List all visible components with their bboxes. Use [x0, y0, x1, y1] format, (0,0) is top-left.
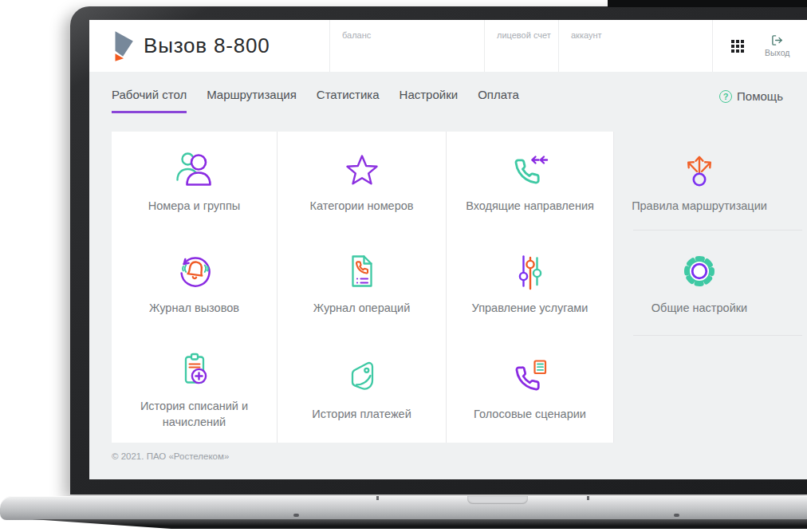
- tile-label: Входящие направления: [466, 199, 594, 215]
- tile-label: Категории номеров: [310, 199, 414, 215]
- tile-call-log[interactable]: Журнал вызовов: [112, 230, 278, 335]
- laptop-mockup: Вызов 8-800 баланс лицевой счет аккаунт: [0, 0, 807, 532]
- empty-grid-cell: [614, 335, 807, 443]
- help-link[interactable]: ? Помощь: [719, 89, 783, 113]
- balance-section: баланс: [329, 20, 484, 72]
- tile-label: Номера и группы: [148, 199, 240, 215]
- laptop-base-edge: [32, 519, 807, 529]
- laptop-foot: [293, 514, 299, 517]
- logout-label: Выход: [765, 48, 789, 57]
- divider: [633, 335, 802, 336]
- payments-history-icon: [340, 355, 384, 400]
- tile-label: История списаний и начислений: [120, 399, 268, 430]
- balance-label: баланс: [342, 30, 484, 40]
- divider: [633, 230, 802, 231]
- tab-routing[interactable]: Маршрутизация: [207, 88, 297, 113]
- app-title: Вызов 8-800: [144, 33, 270, 58]
- account-label: аккаунт: [571, 30, 712, 40]
- tab-desktop[interactable]: Рабочий стол: [112, 88, 187, 113]
- routing-arrows-icon: [677, 147, 722, 191]
- tab-bar: Рабочий стол Маршрутизация Статистика На…: [89, 72, 807, 113]
- tile-service-management[interactable]: Управление услугами: [447, 230, 614, 335]
- incoming-call-icon: [508, 147, 553, 191]
- logout-button[interactable]: Выход: [765, 34, 789, 57]
- tile-label: Управление услугами: [472, 301, 589, 317]
- rostelecom-logo: [112, 30, 136, 63]
- laptop-lid-notch: [467, 496, 528, 504]
- apps-menu-button[interactable]: [731, 40, 744, 53]
- hinge-mark: [587, 496, 589, 500]
- tab-payment[interactable]: Оплата: [478, 88, 519, 113]
- tile-label: Общие настройки: [652, 301, 747, 317]
- tile-routing-rules[interactable]: Правила маршрутизации: [614, 132, 807, 230]
- help-label: Помощь: [737, 89, 783, 103]
- logout-icon: [771, 34, 783, 46]
- dashboard-grid: Номера и группы Категории номеров Входящ…: [112, 132, 807, 443]
- tile-incoming-directions[interactable]: Входящие направления: [447, 132, 614, 230]
- brand: Вызов 8-800: [89, 20, 329, 72]
- tile-label: Голосовые сценарии: [474, 407, 586, 423]
- users-icon: [172, 147, 217, 191]
- apps-grid-icon: [731, 40, 744, 53]
- tile-label: Журнал операций: [313, 301, 411, 317]
- help-icon: ?: [719, 90, 732, 103]
- call-log-icon: [172, 249, 217, 294]
- tile-operations-log[interactable]: Журнал операций: [278, 230, 447, 335]
- account-section: аккаунт: [558, 20, 712, 72]
- hinge-mark: [376, 496, 379, 500]
- copyright: © 2021. ПАО «Ростелеком»: [112, 451, 807, 461]
- tile-charges-history[interactable]: История списаний и начислений: [112, 335, 278, 443]
- tile-number-categories[interactable]: Категории номеров: [278, 132, 447, 230]
- tile-general-settings[interactable]: Общие настройки: [614, 230, 807, 335]
- app-header: Вызов 8-800 баланс лицевой счет аккаунт: [89, 20, 807, 72]
- tile-numbers-groups[interactable]: Номера и группы: [112, 132, 278, 230]
- star-icon: [340, 147, 384, 191]
- voice-scenario-icon: [508, 355, 553, 400]
- tile-label: Журнал вызовов: [149, 301, 239, 317]
- laptop-base: [0, 496, 807, 520]
- tile-voice-scenarios[interactable]: Голосовые сценарии: [447, 335, 614, 443]
- personal-account-label: лицевой счет: [497, 30, 558, 40]
- laptop-foot: [674, 514, 679, 517]
- gear-icon: [677, 249, 722, 294]
- personal-account-section: лицевой счет: [484, 20, 558, 72]
- tile-payments-history[interactable]: История платежей: [278, 335, 447, 443]
- sliders-icon: [508, 249, 553, 294]
- tab-statistics[interactable]: Статистика: [317, 88, 380, 113]
- charges-history-icon: [172, 347, 217, 392]
- header-actions: Выход: [712, 20, 807, 72]
- tab-settings[interactable]: Настройки: [400, 88, 459, 113]
- tile-label: История платежей: [312, 407, 411, 423]
- tile-label: Правила маршрутизации: [632, 199, 767, 215]
- operations-log-icon: [340, 249, 384, 294]
- app-window: Вызов 8-800 баланс лицевой счет аккаунт: [89, 20, 807, 479]
- laptop-bezel-edge: [608, 0, 807, 7]
